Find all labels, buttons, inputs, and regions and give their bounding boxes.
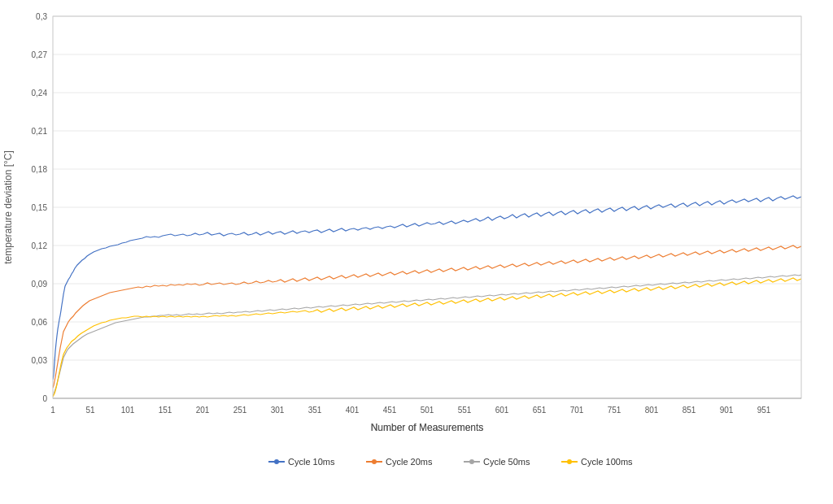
y-tick-030: 0,3 — [36, 12, 47, 21]
x-tick-451: 451 — [383, 406, 397, 415]
y-tick-015: 0,15 — [32, 203, 48, 212]
legend-label-100ms: Cycle 100ms — [581, 457, 633, 467]
x-tick-201: 201 — [196, 406, 210, 415]
x-tick-401: 401 — [346, 406, 360, 415]
y-tick-021: 0,21 — [32, 127, 48, 136]
x-tick-351: 351 — [308, 406, 322, 415]
chart-container: 0 0,03 0,06 0,09 0,12 0,15 0,18 0,21 0,2… — [0, 0, 833, 504]
y-tick-006: 0,06 — [32, 318, 48, 327]
svg-point-18 — [372, 459, 377, 464]
x-tick-951: 951 — [757, 406, 771, 415]
y-tick-0: 0 — [42, 394, 47, 403]
x-tick-1: 1 — [50, 406, 55, 415]
x-tick-851: 851 — [683, 406, 696, 415]
x-tick-301: 301 — [271, 406, 285, 415]
x-tick-101: 101 — [121, 406, 135, 415]
x-tick-901: 901 — [720, 406, 734, 415]
svg-point-22 — [567, 459, 572, 464]
y-tick-024: 0,24 — [32, 89, 48, 98]
legend-label-10ms: Cycle 10ms — [288, 457, 335, 467]
x-tick-701: 701 — [570, 406, 584, 415]
svg-point-16 — [274, 459, 279, 464]
x-axis-label: Number of Measurements — [371, 422, 484, 433]
legend-label-20ms: Cycle 20ms — [386, 457, 433, 467]
x-tick-51: 51 — [85, 406, 95, 415]
x-tick-501: 501 — [421, 406, 434, 415]
x-tick-251: 251 — [233, 406, 247, 415]
x-tick-151: 151 — [159, 406, 172, 415]
x-tick-751: 751 — [608, 406, 621, 415]
y-tick-012: 0,12 — [32, 241, 48, 250]
y-tick-027: 0,27 — [32, 50, 48, 59]
legend-label-50ms: Cycle 50ms — [483, 457, 530, 467]
x-tick-551: 551 — [458, 406, 472, 415]
x-tick-651: 651 — [533, 406, 547, 415]
y-tick-018: 0,18 — [32, 165, 48, 174]
y-axis-label: temperature deviation [°C] — [2, 150, 14, 264]
x-tick-601: 601 — [495, 406, 509, 415]
svg-point-20 — [469, 459, 474, 464]
y-tick-003: 0,03 — [32, 356, 48, 365]
x-tick-801: 801 — [645, 406, 659, 415]
y-tick-009: 0,09 — [32, 280, 48, 289]
legend: Cycle 10ms Cycle 20ms Cycle 50ms Cycle 1… — [268, 457, 633, 467]
